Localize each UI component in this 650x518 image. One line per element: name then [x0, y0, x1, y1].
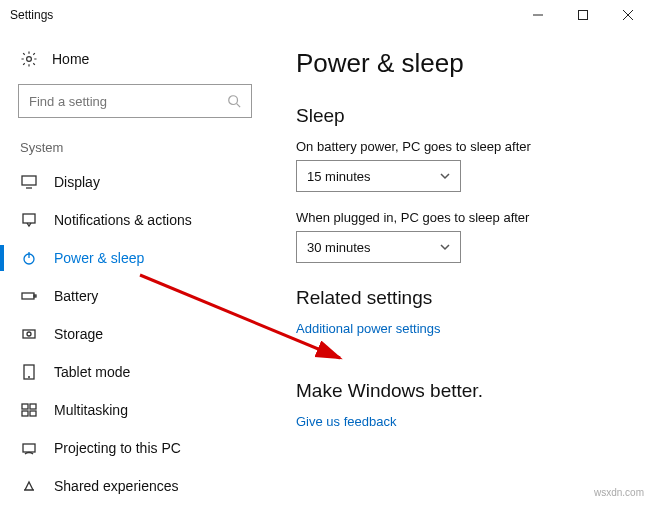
- watermark: wsxdn.com: [594, 487, 644, 498]
- sidebar: Home System Display Notifications & acti…: [0, 30, 270, 518]
- svg-rect-12: [22, 293, 34, 299]
- sidebar-item-storage[interactable]: Storage: [0, 315, 270, 353]
- related-settings-heading: Related settings: [296, 287, 624, 309]
- svg-rect-22: [23, 444, 35, 452]
- make-windows-better-heading: Make Windows better.: [296, 380, 624, 402]
- close-button[interactable]: [605, 0, 650, 30]
- svg-rect-18: [22, 404, 28, 409]
- maximize-button[interactable]: [560, 0, 605, 30]
- search-box[interactable]: [18, 84, 252, 118]
- svg-rect-20: [22, 411, 28, 416]
- select-value: 15 minutes: [307, 169, 371, 184]
- svg-rect-19: [30, 404, 36, 409]
- multitasking-icon: [20, 401, 38, 419]
- projecting-icon: [20, 439, 38, 457]
- display-icon: [20, 173, 38, 191]
- svg-point-4: [27, 57, 32, 62]
- svg-point-15: [27, 332, 31, 336]
- sidebar-item-label: Notifications & actions: [54, 212, 192, 228]
- tablet-icon: [20, 363, 38, 381]
- feedback-link[interactable]: Give us feedback: [296, 414, 396, 429]
- home-button[interactable]: Home: [0, 44, 270, 84]
- svg-rect-9: [23, 214, 35, 223]
- sidebar-item-projecting[interactable]: Projecting to this PC: [0, 429, 270, 467]
- search-input[interactable]: [29, 94, 227, 109]
- sidebar-item-label: Tablet mode: [54, 364, 130, 380]
- sidebar-item-multitasking[interactable]: Multitasking: [0, 391, 270, 429]
- sidebar-item-label: Battery: [54, 288, 98, 304]
- battery-sleep-select[interactable]: 15 minutes: [296, 160, 461, 192]
- battery-icon: [20, 287, 38, 305]
- plugged-sleep-label: When plugged in, PC goes to sleep after: [296, 210, 624, 225]
- notification-icon: [20, 211, 38, 229]
- svg-point-5: [229, 96, 238, 105]
- chevron-down-icon: [440, 169, 450, 184]
- window-controls: [515, 0, 650, 30]
- sidebar-item-label: Display: [54, 174, 100, 190]
- minimize-button[interactable]: [515, 0, 560, 30]
- home-label: Home: [52, 51, 89, 67]
- content: Home System Display Notifications & acti…: [0, 30, 650, 518]
- select-value: 30 minutes: [307, 240, 371, 255]
- svg-rect-13: [34, 295, 36, 297]
- sidebar-item-label: Storage: [54, 326, 103, 342]
- plugged-sleep-select[interactable]: 30 minutes: [296, 231, 461, 263]
- sidebar-item-label: Power & sleep: [54, 250, 144, 266]
- sidebar-item-battery[interactable]: Battery: [0, 277, 270, 315]
- additional-power-settings-link[interactable]: Additional power settings: [296, 321, 441, 336]
- sidebar-item-shared-experiences[interactable]: Shared experiences: [0, 467, 270, 505]
- gear-icon: [20, 50, 38, 68]
- group-label: System: [0, 136, 270, 163]
- svg-line-6: [237, 104, 241, 108]
- sleep-heading: Sleep: [296, 105, 624, 127]
- storage-icon: [20, 325, 38, 343]
- battery-sleep-label: On battery power, PC goes to sleep after: [296, 139, 624, 154]
- chevron-down-icon: [440, 240, 450, 255]
- sidebar-item-label: Shared experiences: [54, 478, 179, 494]
- svg-rect-1: [578, 11, 587, 20]
- sidebar-item-notifications[interactable]: Notifications & actions: [0, 201, 270, 239]
- sidebar-item-tablet-mode[interactable]: Tablet mode: [0, 353, 270, 391]
- sidebar-item-label: Multitasking: [54, 402, 128, 418]
- main-panel: Power & sleep Sleep On battery power, PC…: [270, 30, 650, 518]
- power-icon: [20, 249, 38, 267]
- page-title: Power & sleep: [296, 48, 624, 79]
- titlebar: Settings: [0, 0, 650, 30]
- svg-rect-14: [23, 330, 35, 338]
- sidebar-item-power-sleep[interactable]: Power & sleep: [0, 239, 270, 277]
- sidebar-item-label: Projecting to this PC: [54, 440, 181, 456]
- svg-rect-21: [30, 411, 36, 416]
- window-title: Settings: [10, 8, 53, 22]
- svg-rect-7: [22, 176, 36, 185]
- search-icon: [227, 94, 241, 108]
- shared-icon: [20, 477, 38, 495]
- sidebar-item-display[interactable]: Display: [0, 163, 270, 201]
